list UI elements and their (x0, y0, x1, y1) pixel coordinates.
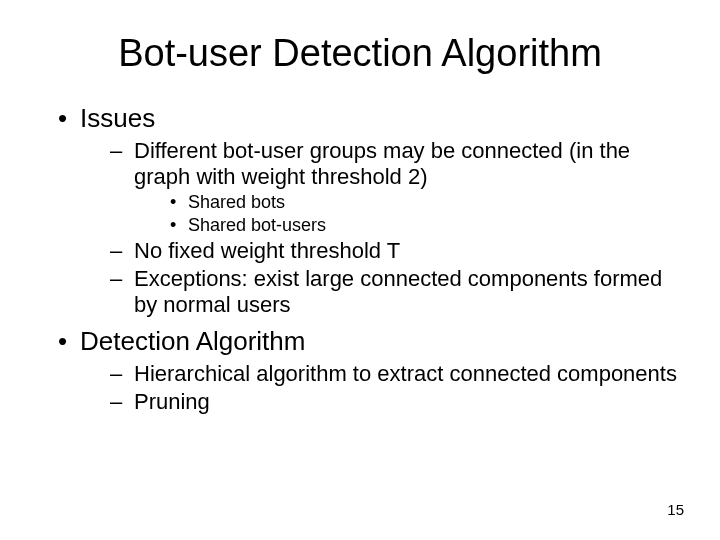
page-number: 15 (667, 501, 684, 518)
sub-exceptions: Exceptions: exist large connected compon… (110, 266, 680, 318)
detection-sublist: Hierarchical algorithm to extract connec… (80, 361, 680, 415)
bullet-list: Issues Different bot-user groups may be … (40, 103, 680, 415)
slide-title: Bot-user Detection Algorithm (40, 32, 680, 75)
slide: Bot-user Detection Algorithm Issues Diff… (0, 0, 720, 540)
bullet-detection-label: Detection Algorithm (80, 326, 305, 356)
bullet-detection: Detection Algorithm Hierarchical algorit… (58, 326, 680, 415)
bullet-issues: Issues Different bot-user groups may be … (58, 103, 680, 318)
bullet-issues-label: Issues (80, 103, 155, 133)
sub-pruning: Pruning (110, 389, 680, 415)
sub-different-groups-text: Different bot-user groups may be connect… (134, 138, 630, 189)
issues-sublist: Different bot-user groups may be connect… (80, 138, 680, 318)
sub-different-groups: Different bot-user groups may be connect… (110, 138, 680, 236)
sub-shared-bot-users: Shared bot-users (170, 215, 680, 237)
sub-hierarchical: Hierarchical algorithm to extract connec… (110, 361, 680, 387)
different-groups-sublist: Shared bots Shared bot-users (134, 192, 680, 236)
sub-no-fixed-threshold: No fixed weight threshold T (110, 238, 680, 264)
sub-shared-bots: Shared bots (170, 192, 680, 214)
